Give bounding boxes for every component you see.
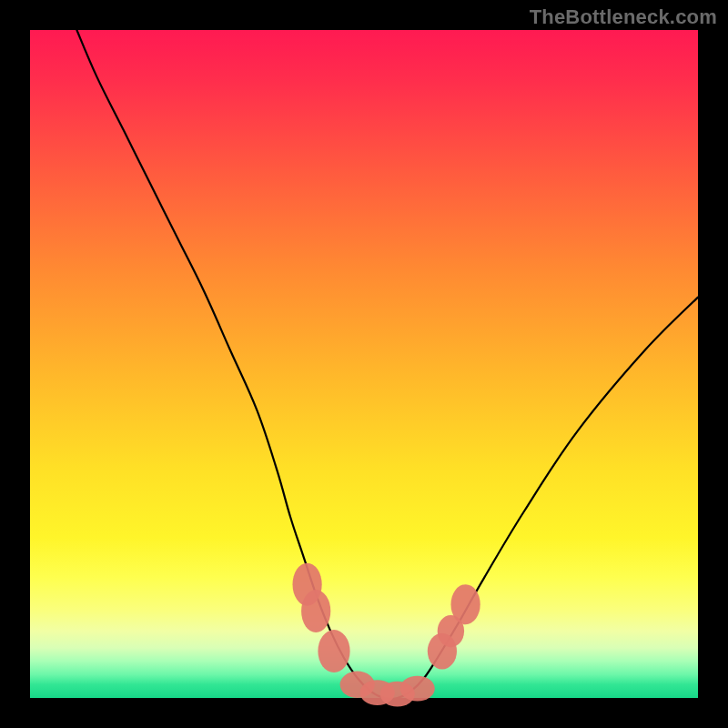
- bottleneck-curve: [76, 30, 698, 699]
- chart-frame: TheBottleneck.com: [0, 0, 728, 728]
- curve-marker: [318, 630, 349, 672]
- curve-markers: [293, 563, 480, 707]
- chart-svg: [30, 30, 698, 698]
- curve-marker: [451, 584, 480, 624]
- curve-marker: [301, 590, 330, 632]
- curve-marker: [400, 676, 435, 702]
- watermark-text: TheBottleneck.com: [530, 5, 717, 29]
- plot-area: [30, 30, 698, 698]
